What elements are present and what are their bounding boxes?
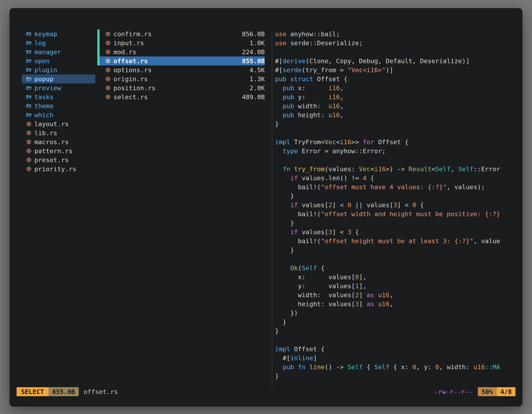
mode-badge: SELECT xyxy=(17,387,48,396)
code-line: pub y: i16, xyxy=(275,92,522,101)
rust-file-icon: R xyxy=(105,49,111,55)
parent-pane: keymap log manager open plugin popup pre… xyxy=(10,29,97,387)
rust-file-icon: R xyxy=(105,31,111,37)
file-name: open xyxy=(34,57,50,66)
code-line: pub struct Offset { xyxy=(275,75,522,83)
parent-item-pattern.rs[interactable]: R pattern.rs xyxy=(22,146,95,155)
code-line: bail!("offset must have 4 values: {:?}",… xyxy=(275,183,522,192)
code-line: height: values[3] as u16, xyxy=(275,299,522,308)
svg-text:R: R xyxy=(107,33,109,35)
parent-item-layout.rs[interactable]: R layout.rs xyxy=(22,119,95,128)
parent-item-plugin[interactable]: plugin xyxy=(22,66,95,75)
folder-open-icon xyxy=(26,67,32,73)
file-name: options.rs xyxy=(114,66,152,75)
parent-item-open[interactable]: open xyxy=(22,57,95,66)
file-name: plugin xyxy=(34,66,57,75)
file-name: preset.rs xyxy=(34,155,69,164)
rust-file-icon: R xyxy=(105,94,111,100)
code-line: if values[2] < 0 || values[3] < 0 { xyxy=(275,201,522,210)
file-size: 224.0B xyxy=(242,48,265,57)
code-line: width: values[2] as u16, xyxy=(275,290,522,299)
file-name: mod.rs xyxy=(114,48,136,57)
file-name: confirm.rs xyxy=(114,29,152,39)
code-line xyxy=(275,155,522,164)
parent-item-priority.rs[interactable]: R priority.rs xyxy=(22,164,95,173)
code-line: Ok(Self { xyxy=(275,263,522,272)
code-line xyxy=(275,336,522,345)
file-size: 2.0K xyxy=(249,83,265,92)
folder-open-icon xyxy=(26,103,32,109)
file-item-position.rs[interactable]: R position.rs2.0K xyxy=(100,83,265,92)
file-permissions: -rw-r--r-- xyxy=(434,387,473,396)
file-size: 489.0B xyxy=(242,92,265,101)
svg-text:R: R xyxy=(107,78,109,80)
file-name: pattern.rs xyxy=(34,146,73,155)
code-line: } xyxy=(275,318,522,327)
code-line: fn try_from(values: Vec<i16>) -> Result<… xyxy=(275,164,522,173)
file-name: which xyxy=(34,110,53,119)
folder-open-icon xyxy=(26,40,32,46)
parent-item-preview[interactable]: preview xyxy=(22,83,95,92)
file-name: input.rs xyxy=(114,39,144,48)
parent-item-macros.rs[interactable]: R macros.rs xyxy=(22,137,95,146)
file-name: tasks xyxy=(34,92,53,101)
code-line: #[inline] xyxy=(275,354,522,362)
parent-item-preset.rs[interactable]: R preset.rs xyxy=(22,155,95,164)
folder-open-icon xyxy=(26,31,32,37)
file-item-options.rs[interactable]: R options.rs4.5K xyxy=(100,66,265,75)
rust-file-icon: R xyxy=(105,58,111,64)
file-name: origin.rs xyxy=(114,75,148,83)
code-line xyxy=(275,254,522,263)
parent-item-popup[interactable]: popup xyxy=(22,75,95,83)
file-name: layout.rs xyxy=(34,119,69,128)
code-line: #[derive(Clone, Copy, Debug, Default, De… xyxy=(275,57,522,66)
file-name: log xyxy=(34,39,46,48)
file-item-confirm.rs[interactable]: R confirm.rs856.0B xyxy=(100,29,265,39)
file-name: position.rs xyxy=(114,83,155,92)
folder-open-icon xyxy=(26,112,32,118)
file-item-origin.rs[interactable]: R origin.rs1.3K xyxy=(100,75,265,83)
file-size: 4.5K xyxy=(249,66,265,75)
preview-code: use anyhow::bail;use serde::Deserialize;… xyxy=(275,29,522,380)
file-name: manager xyxy=(34,48,61,57)
svg-text:R: R xyxy=(28,141,30,143)
parent-item-tasks[interactable]: tasks xyxy=(22,92,95,101)
status-filename: offset.rs xyxy=(84,387,118,396)
rust-file-icon: R xyxy=(26,139,32,145)
code-line: bail!("offset height must be at least 3:… xyxy=(275,236,522,245)
yazi-window: keymap log manager open plugin popup pre… xyxy=(10,8,522,406)
parent-item-log[interactable]: log xyxy=(22,39,95,48)
file-size: 1.0K xyxy=(249,39,265,48)
file-item-input.rs[interactable]: R input.rs1.0K xyxy=(100,39,265,48)
code-line: x: values[0], xyxy=(275,272,522,281)
rust-file-icon: R xyxy=(105,76,111,82)
code-line: pub x: i16, xyxy=(275,83,522,92)
parent-item-theme[interactable]: theme xyxy=(22,101,95,110)
file-item-offset.rs[interactable]: R offset.rs855.0B xyxy=(100,57,265,66)
file-name: lib.rs xyxy=(34,128,57,137)
rust-file-icon: R xyxy=(26,166,32,172)
file-size: 856.0B xyxy=(242,29,265,39)
rust-file-icon: R xyxy=(26,130,32,136)
code-line: use anyhow::bail; xyxy=(275,29,522,39)
svg-text:R: R xyxy=(107,51,109,53)
cursor-position-badge: 4/8 xyxy=(497,387,515,396)
parent-item-which[interactable]: which xyxy=(22,110,95,119)
code-line: bail!("offset width and height must be p… xyxy=(275,210,522,219)
status-bar: SELECT 855.0B offset.rs -rw-r--r-- 50% 4… xyxy=(17,387,515,396)
parent-item-manager[interactable]: manager xyxy=(22,48,95,57)
folder-open-icon xyxy=(26,49,32,55)
preview-pane: use anyhow::bail;use serde::Deserialize;… xyxy=(272,29,522,387)
code-line: } xyxy=(275,219,522,227)
svg-text:R: R xyxy=(28,150,30,152)
file-item-select.rs[interactable]: R select.rs489.0B xyxy=(100,92,265,101)
code-line: pub fn line() -> Self { Self { x: 0, y: … xyxy=(275,362,522,371)
parent-item-keymap[interactable]: keymap xyxy=(22,29,95,39)
folder-open-icon xyxy=(26,85,32,91)
file-item-mod.rs[interactable]: R mod.rs224.0B xyxy=(100,48,265,57)
rust-file-icon: R xyxy=(26,157,32,163)
file-name: preview xyxy=(34,83,61,92)
svg-text:R: R xyxy=(28,132,30,135)
parent-item-lib.rs[interactable]: R lib.rs xyxy=(22,128,95,137)
code-line: } xyxy=(275,192,522,201)
